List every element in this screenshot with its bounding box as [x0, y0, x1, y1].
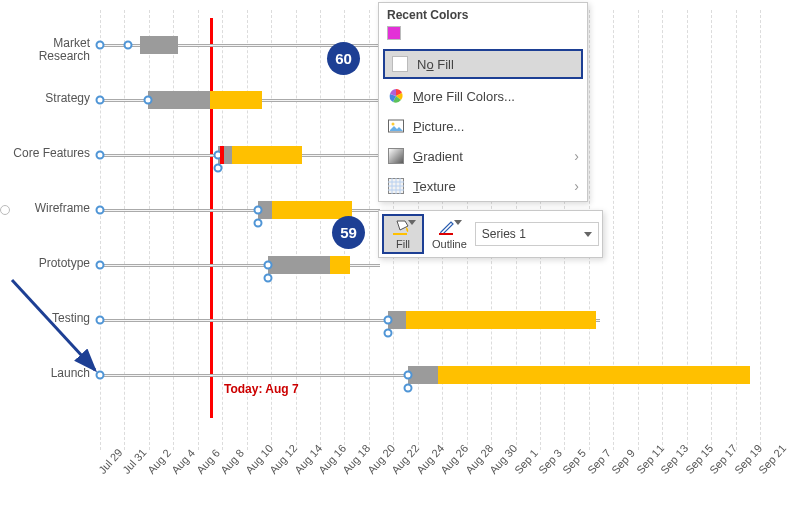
today-bar-overlap — [220, 146, 224, 164]
chevron-down-icon — [584, 232, 592, 237]
menu-item-label: Texture — [413, 179, 566, 194]
data-point-marker[interactable] — [384, 316, 393, 325]
task-label: Market Research — [10, 37, 90, 63]
callout-60: 60 — [327, 42, 360, 75]
paint-bucket-icon — [392, 218, 414, 236]
data-point-marker[interactable] — [96, 206, 105, 215]
gridline — [760, 10, 761, 450]
svg-rect-1 — [393, 57, 408, 72]
data-point-marker[interactable] — [96, 96, 105, 105]
menu-item-gradient[interactable]: Gradient › — [379, 141, 587, 171]
data-point-marker[interactable] — [264, 274, 273, 283]
today-label: Today: Aug 7 — [224, 382, 299, 396]
gantt-bar[interactable] — [148, 91, 262, 109]
x-axis-tick: Sep 3 — [536, 447, 564, 476]
task-label: Prototype — [10, 257, 90, 270]
mini-toolbar: Fill Outline Series 1 — [378, 210, 603, 258]
menu-item-label: Gradient — [413, 149, 566, 164]
series-dropdown-label: Series 1 — [482, 227, 526, 241]
svg-rect-7 — [439, 233, 453, 235]
x-axis-tick: Aug 4 — [169, 447, 197, 476]
gridline — [736, 10, 737, 450]
today-line — [210, 18, 213, 418]
gantt-bar[interactable] — [218, 146, 302, 164]
svg-rect-4 — [389, 149, 404, 164]
menu-item-label: More Fill Colors... — [413, 89, 579, 104]
data-point-marker[interactable] — [404, 371, 413, 380]
svg-point-3 — [392, 123, 395, 126]
fill-button-label: Fill — [396, 238, 410, 250]
gradient-icon — [387, 147, 405, 165]
gridline — [198, 10, 199, 450]
x-axis-tick: Sep 7 — [585, 447, 613, 476]
data-point-marker[interactable] — [144, 96, 153, 105]
x-axis-tick: Aug 8 — [218, 447, 246, 476]
gantt-bar[interactable] — [408, 366, 750, 384]
task-label: Strategy — [10, 92, 90, 105]
callout-59: 59 — [332, 216, 365, 249]
data-point-marker[interactable] — [96, 151, 105, 160]
menu-item-more-colors[interactable]: More Fill Colors... — [379, 81, 587, 111]
gridline — [687, 10, 688, 450]
recent-color-swatch[interactable] — [387, 26, 401, 40]
data-point-marker[interactable] — [264, 261, 273, 270]
gridline — [638, 10, 639, 450]
data-point-marker[interactable] — [214, 164, 223, 173]
gridline — [124, 10, 125, 450]
gridline — [320, 10, 321, 450]
gantt-bar[interactable] — [140, 36, 178, 54]
menu-header-recent-colors: Recent Colors — [379, 3, 587, 24]
gridline — [613, 10, 614, 450]
pen-icon — [438, 218, 460, 236]
data-point-marker[interactable] — [96, 41, 105, 50]
x-axis-tick: Sep 9 — [609, 447, 637, 476]
texture-icon — [387, 177, 405, 195]
gridline — [149, 10, 150, 450]
no-fill-icon — [391, 55, 409, 73]
series-dropdown[interactable]: Series 1 — [475, 222, 599, 246]
svg-rect-6 — [393, 233, 407, 235]
menu-item-label: Picture... — [413, 119, 579, 134]
task-label: Wireframe — [10, 202, 90, 215]
menu-item-texture[interactable]: Texture › — [379, 171, 587, 201]
chevron-right-icon: › — [574, 178, 579, 194]
menu-item-label: No Fill — [417, 57, 575, 72]
fill-menu: Recent Colors No Fill More Fill Colors..… — [378, 2, 588, 202]
gridline — [662, 10, 663, 450]
svg-line-0 — [12, 280, 95, 370]
gridline — [711, 10, 712, 450]
data-point-marker[interactable] — [124, 41, 133, 50]
x-axis-tick: Jul 31 — [120, 446, 149, 476]
color-wheel-icon — [387, 87, 405, 105]
task-label: Core Features — [10, 147, 90, 160]
data-point-marker[interactable] — [96, 261, 105, 270]
data-point-marker[interactable] — [254, 206, 263, 215]
gridline — [369, 10, 370, 450]
data-point-marker[interactable] — [254, 219, 263, 228]
x-axis-tick: Aug 6 — [194, 447, 222, 476]
x-axis-tick: Sep 5 — [560, 447, 588, 476]
gridline — [173, 10, 174, 450]
picture-icon — [387, 117, 405, 135]
menu-item-picture[interactable]: Picture... — [379, 111, 587, 141]
annotation-arrow — [0, 270, 120, 400]
outline-button-label: Outline — [432, 238, 467, 250]
gantt-bar[interactable] — [388, 311, 596, 329]
gantt-bar[interactable] — [268, 256, 350, 274]
chevron-right-icon: › — [574, 148, 579, 164]
fill-button[interactable]: Fill — [382, 214, 424, 254]
menu-item-no-fill[interactable]: No Fill — [383, 49, 583, 79]
data-point-marker[interactable] — [384, 329, 393, 338]
data-point-marker[interactable] — [404, 384, 413, 393]
x-axis-tick: Jul 29 — [96, 446, 125, 476]
gantt-bar[interactable] — [258, 201, 352, 219]
axis-marker — [0, 205, 10, 215]
outline-button[interactable]: Outline — [426, 214, 473, 254]
x-axis-tick: Aug 2 — [145, 447, 173, 476]
